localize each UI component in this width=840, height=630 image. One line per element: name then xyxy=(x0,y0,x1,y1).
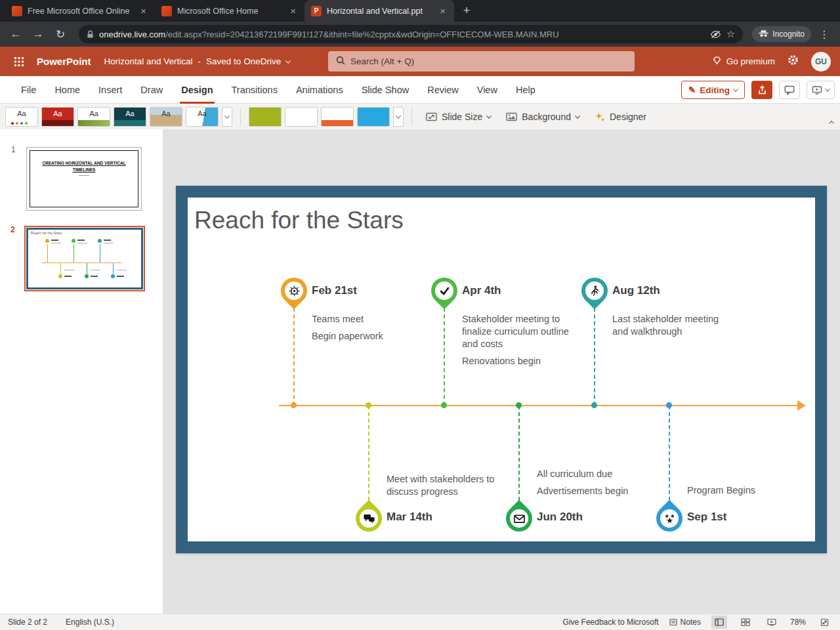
theme-gallery-more-button[interactable] xyxy=(222,107,232,127)
zoom-level-button[interactable]: 78% xyxy=(790,618,806,627)
slide-frame[interactable]: Reach for the Stars Feb 21st xyxy=(176,186,827,553)
ribbon-tab-view[interactable]: View xyxy=(468,76,507,104)
theme-thumbnail-2[interactable]: Aa xyxy=(41,107,74,127)
ribbon-tab-insert[interactable]: Insert xyxy=(89,76,131,104)
milestone-text[interactable]: Meet with stakeholders to discuss progre… xyxy=(387,473,497,503)
browser-tab-active[interactable]: P Horizontal and Vertical.ppt × xyxy=(304,0,454,22)
timeline-line[interactable] xyxy=(279,405,799,406)
go-premium-button[interactable]: Go premium xyxy=(712,56,775,67)
app-launcher-icon[interactable] xyxy=(9,52,29,72)
language-button[interactable]: English (U.S.) xyxy=(66,618,114,627)
milestone-date[interactable]: Sep 1st xyxy=(687,511,726,524)
editing-mode-button[interactable]: ✎ Editing xyxy=(681,81,745,99)
browser-tab-2[interactable]: Microsoft Office Home × xyxy=(155,0,304,22)
browser-menu-icon[interactable]: ⋮ xyxy=(815,28,833,41)
feedback-link[interactable]: Give Feedback to Microsoft xyxy=(563,618,659,627)
close-icon[interactable]: × xyxy=(438,5,448,16)
search-input[interactable] xyxy=(350,56,627,66)
milestone-date[interactable]: Feb 21st xyxy=(312,284,357,297)
variant-thumbnail-1[interactable] xyxy=(249,107,282,127)
present-button[interactable] xyxy=(807,81,835,99)
theme-thumbnail-1[interactable]: Aa xyxy=(5,107,38,127)
ribbon-tab-file[interactable]: File xyxy=(12,76,45,104)
lock-icon xyxy=(87,30,94,39)
forward-icon[interactable]: → xyxy=(29,25,47,43)
chevron-down-icon xyxy=(486,113,492,118)
theme-thumbnail-4[interactable]: Aa xyxy=(114,107,146,127)
search-box[interactable] xyxy=(328,51,635,72)
slide-sorter-view-button[interactable] xyxy=(738,616,753,629)
ribbon-tab-review[interactable]: Review xyxy=(418,76,468,104)
timeline-dot-feb xyxy=(291,402,297,408)
new-tab-button[interactable]: + xyxy=(458,3,475,20)
milestone-pin-jun20[interactable] xyxy=(506,505,532,532)
account-avatar[interactable]: GU xyxy=(811,52,831,72)
variant-gallery-more-button[interactable] xyxy=(393,107,404,127)
fit-to-window-button[interactable] xyxy=(816,616,832,629)
milestone-pin-sep1[interactable] xyxy=(656,505,682,532)
editing-label: Editing xyxy=(700,85,730,95)
slide-thumbnail-2-selected[interactable]: Reach for the Stars xyxy=(26,228,143,289)
ribbon-tab-transitions[interactable]: Transitions xyxy=(222,76,287,104)
slide-size-button[interactable]: Slide Size xyxy=(420,107,497,127)
back-icon[interactable]: ← xyxy=(7,25,25,43)
collapse-ribbon-icon[interactable] xyxy=(829,121,834,126)
ribbon-tab-slideshow[interactable]: Slide Show xyxy=(352,76,419,104)
content-blocked-icon[interactable] xyxy=(710,30,721,39)
premium-label: Go premium xyxy=(726,56,775,66)
milestone-text[interactable]: All curriculum due Advertisements begin xyxy=(537,468,655,502)
designer-sparkle-icon xyxy=(595,112,605,122)
designer-button[interactable]: Designer xyxy=(589,107,652,127)
slide2-mini: Reach for the Stars xyxy=(28,230,141,287)
ribbon-tab-draw[interactable]: Draw xyxy=(131,76,172,104)
ribbon-tab-animations[interactable]: Animations xyxy=(287,76,352,104)
variant-thumbnail-3[interactable] xyxy=(321,107,354,127)
comments-button[interactable] xyxy=(779,81,800,99)
close-icon[interactable]: × xyxy=(138,5,148,16)
normal-view-button[interactable] xyxy=(711,616,727,629)
slide1-frame: CREATING HORIZONTAL AND VERTICAL TIMELIN… xyxy=(30,150,138,207)
ribbon-tab-home[interactable]: Home xyxy=(45,76,89,104)
mini-mark xyxy=(64,276,72,277)
ribbon-tab-design[interactable]: Design xyxy=(172,76,222,104)
milestone-date[interactable]: Jun 20th xyxy=(537,511,583,524)
browser-tab-1[interactable]: Free Microsoft Office Online × xyxy=(5,0,155,22)
connector-apr xyxy=(444,308,445,406)
bookmark-star-icon[interactable]: ☆ xyxy=(726,28,735,40)
milestone-text[interactable]: Teams meet Begin paperwork xyxy=(312,313,417,347)
milestone-pin-mar14[interactable] xyxy=(356,505,382,532)
timeline-arrow-icon xyxy=(797,400,806,411)
milestone-text[interactable]: Program Begins xyxy=(687,484,792,501)
ribbon-tab-help[interactable]: Help xyxy=(507,76,545,104)
office-icon xyxy=(161,6,172,16)
slide-surface[interactable]: Reach for the Stars Feb 21st xyxy=(188,198,815,541)
url-field[interactable]: onedrive.live.com/edit.aspx?resid=204213… xyxy=(79,25,743,43)
milestone-text[interactable]: Stakeholder meeting to finalize curricul… xyxy=(462,313,580,373)
milestone-date[interactable]: Mar 14th xyxy=(387,511,432,524)
milestone-pin-apr4[interactable] xyxy=(431,278,457,304)
theme-thumbnail-5[interactable]: Aa xyxy=(150,107,182,127)
slide-thumbnail-1[interactable]: CREATING HORIZONTAL AND VERTICAL TIMELIN… xyxy=(26,147,142,211)
milestone-date[interactable]: Apr 4th xyxy=(462,284,501,297)
milestone-pin-feb21[interactable] xyxy=(281,278,307,304)
share-button[interactable] xyxy=(751,81,772,99)
background-button[interactable]: Background xyxy=(500,107,585,127)
milestone-pin-aug12[interactable] xyxy=(581,278,608,304)
slide1-title: CREATING HORIZONTAL AND VERTICAL TIMELIN… xyxy=(41,160,127,173)
slideshow-view-button[interactable] xyxy=(764,616,780,629)
theme-thumbnail-3[interactable]: Aa xyxy=(77,107,110,127)
reload-icon[interactable]: ↻ xyxy=(51,25,70,43)
notes-button[interactable]: Notes xyxy=(669,618,701,627)
milestone-date[interactable]: Aug 12th xyxy=(612,284,660,297)
notes-label: Notes xyxy=(681,618,701,627)
theme-thumbnail-6[interactable]: Aa xyxy=(186,107,219,127)
slide-title[interactable]: Reach for the Stars xyxy=(194,207,404,234)
close-icon[interactable]: × xyxy=(288,5,298,16)
variant-thumbnail-4[interactable] xyxy=(357,107,390,127)
document-title[interactable]: Horizontal and Vertical - Saved to OneDr… xyxy=(104,56,291,66)
mini-mark xyxy=(91,270,100,270)
milestone-text[interactable]: Last stakeholder meeting and walkthrough xyxy=(612,313,725,343)
chevron-down-icon xyxy=(396,113,401,118)
variant-thumbnail-2[interactable] xyxy=(285,107,318,127)
settings-gear-icon[interactable] xyxy=(787,54,799,69)
